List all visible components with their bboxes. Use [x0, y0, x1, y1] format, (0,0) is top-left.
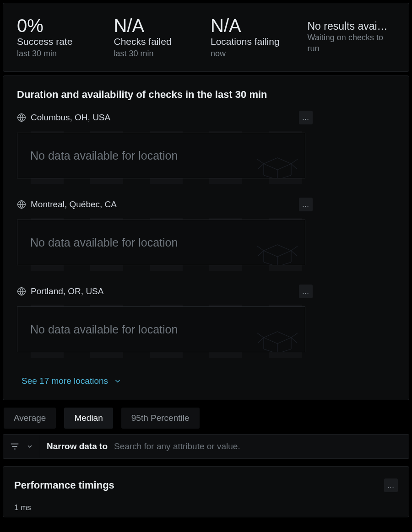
no-data-text: No data available for location — [30, 236, 178, 249]
kpi-label: Locations failing — [211, 36, 298, 47]
location-block: Columbus, OH, USA…No data available for … — [17, 111, 395, 184]
performance-more-button[interactable]: … — [384, 478, 398, 492]
filter-bar: Narrow data to — [3, 434, 409, 459]
empty-box-icon — [250, 235, 305, 265]
more-icon: … — [302, 200, 310, 209]
more-icon: … — [302, 287, 310, 296]
filter-menu-button[interactable] — [3, 435, 40, 458]
svg-marker-11 — [264, 332, 291, 344]
location-name: Montreal, Québec, CA — [31, 199, 294, 210]
aggregation-tabs: AverageMedian95th Percentile — [3, 404, 409, 432]
see-more-label: See 17 more locations — [22, 376, 108, 386]
filter-icon — [10, 441, 20, 451]
duration-panel: Duration and availability of checks in t… — [3, 75, 409, 400]
kpi-value: N/A — [114, 16, 202, 35]
performance-panel: Performance timings … 1 ms — [3, 466, 409, 517]
kpi-panel: 0% Success rate last 30 min N/A Checks f… — [3, 3, 409, 72]
location-more-button[interactable]: … — [299, 285, 313, 298]
tab-95th-percentile[interactable]: 95th Percentile — [121, 408, 200, 429]
kpi-locations-failing: N/A Locations failing now — [211, 16, 298, 59]
see-more-locations-button[interactable]: See 17 more locations — [22, 376, 122, 386]
no-data-box: No data available for location — [17, 306, 305, 352]
location-chart: No data available for location — [17, 131, 305, 184]
kpi-sub: last 30 min — [114, 49, 202, 59]
empty-box-icon — [250, 148, 305, 178]
performance-title: Performance timings — [14, 479, 114, 491]
chevron-down-icon — [114, 377, 122, 385]
filter-label: Narrow data to — [40, 441, 114, 451]
tab-median[interactable]: Median — [64, 408, 113, 429]
no-data-text: No data available for location — [30, 323, 178, 336]
globe-icon — [17, 113, 26, 122]
svg-marker-6 — [264, 245, 291, 257]
kpi-value: 0% — [17, 16, 105, 35]
kpi-label: Checks failed — [114, 36, 202, 47]
globe-icon — [17, 287, 26, 296]
kpi-no-results: No results avai… Waiting on checks to ru… — [308, 16, 396, 59]
location-more-button[interactable]: … — [299, 198, 313, 211]
location-name: Columbus, OH, USA — [31, 113, 294, 123]
svg-marker-1 — [264, 158, 291, 170]
kpi-value: N/A — [211, 16, 298, 35]
duration-title: Duration and availability of checks in t… — [17, 89, 395, 101]
no-results-title: No results avai… — [308, 21, 396, 32]
more-icon: … — [302, 113, 310, 122]
location-chart: No data available for location — [17, 305, 305, 358]
location-chart: No data available for location — [17, 218, 305, 271]
location-block: Montreal, Québec, CA…No data available f… — [17, 198, 395, 271]
kpi-success-rate: 0% Success rate last 30 min — [17, 16, 105, 59]
kpi-label: Success rate — [17, 36, 105, 47]
performance-scale-label: 1 ms — [14, 503, 398, 512]
location-name: Portland, OR, USA — [31, 286, 294, 296]
empty-box-icon — [250, 322, 305, 352]
chevron-down-icon — [26, 443, 33, 450]
no-data-text: No data available for location — [30, 149, 178, 162]
filter-input[interactable] — [114, 435, 409, 458]
kpi-checks-failed: N/A Checks failed last 30 min — [114, 16, 202, 59]
tab-average[interactable]: Average — [4, 408, 56, 429]
location-more-button[interactable]: … — [299, 111, 313, 124]
globe-icon — [17, 200, 26, 209]
kpi-sub: now — [211, 49, 298, 59]
no-data-box: No data available for location — [17, 133, 305, 178]
no-data-box: No data available for location — [17, 220, 305, 265]
kpi-sub: last 30 min — [17, 49, 105, 59]
no-results-sub: Waiting on checks to run — [308, 32, 396, 54]
more-icon: … — [387, 481, 395, 489]
location-block: Portland, OR, USA…No data available for … — [17, 285, 395, 358]
